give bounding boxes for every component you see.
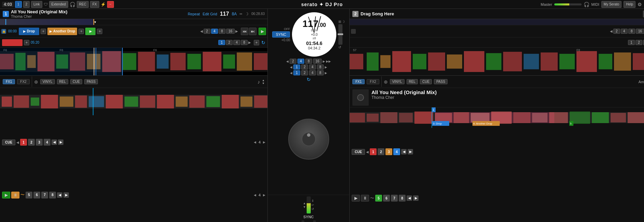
cue-mode-btn[interactable]: CUE bbox=[70, 79, 82, 84]
deck2-loop-16[interactable]: 16 bbox=[636, 29, 644, 34]
add-cue-btn-2[interactable]: + bbox=[78, 29, 84, 34]
deck2-hotcue-2[interactable]: 2 bbox=[378, 148, 384, 155]
deck1-stereo-icon[interactable]: ⇔ bbox=[239, 12, 242, 16]
hc-prev-icon[interactable]: ◀ bbox=[16, 140, 19, 144]
deck2-loop-2[interactable]: 2 bbox=[613, 29, 620, 34]
extended-btn[interactable]: Extended bbox=[49, 1, 68, 8]
prev-loop-icon[interactable]: ◀ bbox=[200, 29, 203, 33]
deck2-fx1-btn[interactable]: FX1 bbox=[352, 79, 365, 84]
hotcue-4[interactable]: 4 bbox=[44, 139, 50, 146]
beat2-fwd-icon[interactable]: ▶ bbox=[325, 71, 327, 75]
right-pitch-slider[interactable] bbox=[338, 24, 342, 45]
beat-2[interactable]: 2 bbox=[226, 40, 233, 45]
pause-btn-left[interactable]: ⏸ bbox=[11, 192, 19, 198]
hotcue-2[interactable]: 2 bbox=[28, 139, 35, 146]
lock-icon[interactable]: 🔒 bbox=[1, 29, 6, 34]
deck2-pause-btn[interactable]: ⏸ bbox=[361, 195, 369, 202]
gear-icon[interactable]: ⚙ bbox=[638, 2, 642, 7]
skip-next-btn[interactable]: ⏭ bbox=[249, 28, 257, 35]
fx2-btn[interactable]: FX2 bbox=[17, 79, 29, 84]
cue-btn-left[interactable]: CUE bbox=[2, 139, 15, 145]
minus-btn[interactable]: − bbox=[107, 1, 114, 8]
hotcue-3[interactable]: 3 bbox=[36, 139, 43, 146]
loop2-up-icon[interactable]: ▶ bbox=[263, 193, 265, 197]
center-icon1[interactable]: ⊞ bbox=[338, 20, 341, 24]
deck2-hotcue-7[interactable]: 7 bbox=[391, 195, 398, 202]
fx-btn-top[interactable]: FX bbox=[90, 1, 99, 8]
right-deck-platter[interactable] bbox=[288, 119, 329, 160]
red-cue-block[interactable] bbox=[2, 39, 23, 46]
next-loop-icon[interactable]: ▶ bbox=[235, 29, 238, 33]
loop-fwd-icon2[interactable]: ▶ bbox=[323, 60, 325, 63]
add-btn-red[interactable]: + bbox=[24, 40, 29, 45]
deck2-hc-prev-icon[interactable]: ◀ bbox=[366, 150, 369, 154]
deck1-overview-wf[interactable] bbox=[0, 88, 267, 115]
hc-next-page-icon[interactable]: ▶ bbox=[58, 139, 63, 145]
loop-up-icon[interactable]: ▶ bbox=[263, 140, 265, 144]
beat-4[interactable]: 4 bbox=[233, 40, 240, 45]
deck2-hc-prev-page-icon[interactable]: ◀ bbox=[401, 149, 407, 154]
loop-fwd-icon[interactable]: ↻ bbox=[261, 40, 265, 45]
loop-size-2[interactable]: 2 bbox=[204, 29, 210, 34]
deck2-btn[interactable]: 2 bbox=[23, 1, 30, 8]
skip-prev-btn[interactable]: ⏮ bbox=[241, 28, 248, 35]
deck2-rel-btn[interactable]: REL bbox=[407, 79, 418, 84]
help-btn[interactable]: Help bbox=[624, 1, 635, 8]
add-cue-btn-1[interactable]: + bbox=[41, 29, 46, 34]
center-loop-8[interactable]: 8 bbox=[305, 59, 312, 64]
center-up-icon[interactable]: ▲ bbox=[303, 202, 306, 205]
hc-next-set-icon[interactable]: ▶ bbox=[63, 192, 69, 198]
loop-down-icon[interactable]: ◀ bbox=[254, 140, 256, 144]
hotcue-8[interactable]: 8 bbox=[49, 192, 56, 198]
deck2-loop-8[interactable]: 8 bbox=[628, 29, 635, 34]
center-beat-1[interactable]: 1 bbox=[293, 64, 300, 70]
link-btn[interactable]: Link bbox=[31, 1, 42, 8]
cue-point-another-drop[interactable]: ▶ Another Drop bbox=[47, 28, 77, 35]
deck2-hc-next-page-icon[interactable]: ▶ bbox=[408, 149, 413, 154]
deck2-fx2-btn[interactable]: FX2 bbox=[367, 79, 379, 84]
add-cue-btn-3[interactable]: + bbox=[97, 29, 102, 34]
deck2-play-pause-btn[interactable]: ▶ bbox=[352, 195, 360, 202]
hotcue-6[interactable]: 6 bbox=[33, 192, 40, 198]
beat2-back-icon[interactable]: ◀ bbox=[290, 71, 292, 75]
deck2-prev-loop-icon[interactable]: ◀ bbox=[610, 29, 613, 33]
sync-btn-center[interactable]: SYNC bbox=[272, 31, 290, 38]
deck2-pass-btn[interactable]: PASS bbox=[434, 79, 448, 84]
deck1-btn[interactable]: 1 bbox=[15, 1, 22, 8]
deck2-hotcue-6[interactable]: 6 bbox=[383, 195, 390, 202]
center-beat-8[interactable]: 8 bbox=[317, 64, 324, 70]
loop-size-16[interactable]: 16 bbox=[226, 29, 235, 34]
center-beat-2[interactable]: 2 bbox=[301, 64, 308, 70]
beat-next-icon[interactable]: ▶ bbox=[248, 41, 251, 44]
deck2-hotcue-3[interactable]: 3 bbox=[385, 148, 392, 155]
my-serato-btn[interactable]: My Serato bbox=[601, 1, 622, 8]
center-down-icon[interactable]: ▼ bbox=[303, 205, 306, 209]
center-beat2-4[interactable]: 4 bbox=[309, 70, 316, 75]
center-beat2-8[interactable]: 8 bbox=[317, 70, 324, 75]
loop-skip-icon[interactable]: ▶▶ bbox=[326, 60, 331, 63]
deck2-overview-wf[interactable]: 3: Drop 4: Another Drop 5 1 bbox=[350, 107, 644, 128]
cue-point-3[interactable]: ▶ bbox=[85, 28, 96, 35]
hc-prev-page-icon[interactable]: ◀ bbox=[52, 139, 57, 145]
deck2-hotcue-4[interactable]: 4 bbox=[393, 148, 400, 155]
beat-fwd-icon[interactable]: ▶ bbox=[325, 65, 327, 69]
rel-btn[interactable]: REL bbox=[57, 79, 68, 84]
play-btn-1[interactable]: ▶ bbox=[259, 28, 266, 35]
loop-symbol-icon[interactable]: ↻ bbox=[307, 77, 311, 82]
center-arrows-icon[interactable]: ⇕ bbox=[311, 199, 314, 203]
hotcue-5[interactable]: 5 bbox=[26, 192, 32, 198]
beat-8[interactable]: 8 bbox=[241, 40, 248, 45]
center-loop-2[interactable]: 2 bbox=[290, 59, 296, 64]
cue-point-drop[interactable]: ▶ Drop bbox=[19, 28, 39, 35]
center-beat-4[interactable]: 4 bbox=[309, 64, 316, 70]
vinyl-btn[interactable]: VINYL bbox=[40, 79, 55, 84]
center-refresh-icon[interactable]: ↺ bbox=[311, 207, 314, 211]
loop2-down-icon[interactable]: ◀ bbox=[254, 193, 256, 197]
deck2-lock-icon[interactable] bbox=[351, 29, 356, 34]
deck2-hotcue-1[interactable]: 1 bbox=[370, 148, 377, 155]
center-loop-16[interactable]: 16 bbox=[313, 59, 322, 64]
hotcue-7[interactable]: 7 bbox=[41, 192, 48, 198]
pass-btn[interactable]: PASS bbox=[84, 79, 98, 84]
deck2-hotcue-5[interactable]: 5 bbox=[375, 195, 382, 202]
center-moon-icon[interactable]: ☽ bbox=[342, 20, 345, 24]
